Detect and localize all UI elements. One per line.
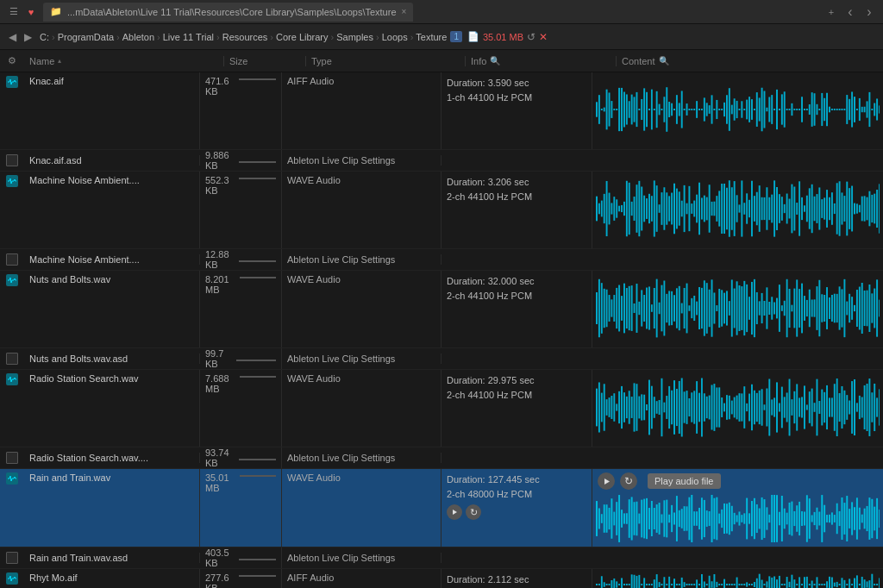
back-button[interactable]: ◀ [5,30,19,44]
waveform-display [592,493,883,547]
clip-settings-icon [6,552,18,564]
table-row[interactable]: Nuts and Bolts.wav.asd99.7 KBAbleton Liv… [0,348,883,370]
wave-audio-icon [6,472,18,485]
menu-icon[interactable]: ☰ [7,5,21,19]
file-content [592,569,883,588]
table-row[interactable]: Machine Noise Ambient....552.3 KBWAVE Au… [0,172,883,249]
sort-asc-icon: ▴ [58,57,61,65]
file-content: ↻Play audio file [592,469,883,547]
tab-close-icon[interactable]: × [402,7,407,16]
file-name: Radio Station Search.wav [24,370,200,447]
svg-marker-0 [453,510,457,515]
waveform-controls: ↻Play audio file [592,469,883,493]
heart-icon[interactable]: ♥ [24,5,38,19]
info-search-icon[interactable]: 🔍 [490,56,500,66]
nav-back-icon[interactable]: ‹ [843,5,857,19]
file-type: WAVE Audio [282,172,442,248]
file-type: AIFF Audio [282,72,442,149]
content-column-header[interactable]: Content 🔍 [617,56,883,66]
type-column-header[interactable]: Type [306,56,466,66]
name-column-header[interactable]: Name ▴ [24,56,224,66]
size-bar [239,178,276,179]
file-name: Nuts and Bolts.wav.asd [24,353,200,364]
selected-content: ↻Play audio file [592,469,883,547]
table-row[interactable]: Machine Noise Ambient....12.88 KBAbleton… [0,249,883,271]
waveform-display [592,272,883,347]
file-type: WAVE Audio [282,469,442,547]
wave-audio-icon [6,274,18,286]
play-audio-file-button[interactable]: Play audio file [648,473,721,489]
file-content [592,370,883,447]
folder-size: 35.01 MB [483,32,523,42]
bc-corelibrary[interactable]: Core Library [276,32,329,42]
table-row[interactable]: Knac.aif471.6 KBAIFF AudioDuration: 3.59… [0,72,883,150]
folder-icon: 📁 [50,6,62,17]
size-bar [239,78,276,80]
waveform-display [592,76,883,146]
waveform-loop-button[interactable]: ↻ [620,472,637,490]
bc-samples[interactable]: Samples [336,32,373,42]
file-tab[interactable]: 📁 ...mData\Ableton\Live 11 Trial\Resourc… [43,3,413,22]
clip-settings-icon [6,154,18,166]
bc-texture[interactable]: Texture [416,32,447,42]
size-bar [239,260,276,262]
file-size: 35.01 MB [200,469,282,547]
file-name: Machine Noise Ambient.... [24,172,200,248]
bc-drive[interactable]: C: [40,32,49,42]
size-bar [240,475,276,477]
breadcrumb-bar: ◀ ▶ C: › ProgramData › Ableton › Live 11… [0,24,883,50]
bc-live11trial[interactable]: Live 11 Trial [163,32,214,42]
play-button[interactable] [447,504,462,520]
file-type: WAVE Audio [282,370,442,447]
bc-ableton[interactable]: Ableton [122,32,154,42]
waveform-play-button[interactable] [598,472,615,490]
table-row[interactable]: Radio Station Search.wav7.688 MBWAVE Aud… [0,370,883,447]
content-search-icon[interactable]: 🔍 [659,56,669,66]
file-name: Radio Station Search.wav.... [24,453,200,463]
size-column-header[interactable]: Size [224,56,306,66]
wave-audio-icon [6,76,18,88]
file-info: Duration: 127.445 sec2-ch 48000 Hz PCM↻ [442,469,592,547]
wave-audio-icon [6,373,18,385]
size-bar [239,575,276,577]
add-tab-icon[interactable]: + [824,5,838,19]
table-row[interactable]: Rain and Train.wav35.01 MBWAVE AudioDura… [0,469,883,547]
file-name: Rain and Train.wav.asd [24,553,200,563]
file-size: 7.688 MB [200,370,282,447]
file-name: Rain and Train.wav [24,469,200,547]
nav-forward-icon[interactable]: › [862,5,876,19]
table-row[interactable]: Nuts and Bolts.wav8.201 MBWAVE AudioDura… [0,271,883,348]
refresh-button[interactable]: ↺ [527,31,535,43]
file-name: Nuts and Bolts.wav [24,271,200,347]
forward-button[interactable]: ▶ [21,30,34,44]
close-folder-button[interactable]: ✕ [539,31,548,43]
table-row[interactable]: Rain and Train.wav.asd403.5 KBAbleton Li… [0,547,883,569]
size-bar [239,161,276,163]
svg-marker-1 [604,479,610,485]
title-bar-icons: ☰ ♥ [7,5,38,19]
loop-button[interactable]: ↻ [466,504,481,520]
file-type: Ableton Live Clip Settings [282,553,442,563]
file-size: 12.88 KB [200,249,282,270]
file-type: AIFF Audio [282,569,442,588]
bc-loops[interactable]: Loops [382,32,408,42]
file-type: WAVE Audio [282,271,442,347]
column-headers: ⚙ Name ▴ Size Type Info 🔍 Content 🔍 [0,50,883,72]
table-row[interactable]: Knac.aif.asd9.886 KBAbleton Live Clip Se… [0,150,883,172]
settings-icon[interactable]: ⚙ [0,55,24,66]
waveform-display [592,175,883,245]
file-info: Duration: 29.975 sec2-ch 44100 Hz PCM [442,370,592,447]
bc-resources[interactable]: Resources [222,32,268,42]
size-icon: 📄 [467,31,479,42]
bc-programdata[interactable]: ProgramData [58,32,114,42]
file-info: Duration: 2.112 sec [442,569,592,588]
file-content [592,271,883,347]
info-column-header[interactable]: Info 🔍 [466,56,617,66]
clip-settings-icon [6,452,18,464]
table-row[interactable]: Rhyt Mo.aif277.6 KBAIFF AudioDuration: 2… [0,569,883,588]
size-bar [236,360,276,361]
table-row[interactable]: Radio Station Search.wav....93.74 KBAble… [0,447,883,469]
file-name: Rhyt Mo.aif [24,569,200,588]
file-type: Ableton Live Clip Settings [282,155,442,166]
file-type: Ableton Live Clip Settings [282,353,442,364]
